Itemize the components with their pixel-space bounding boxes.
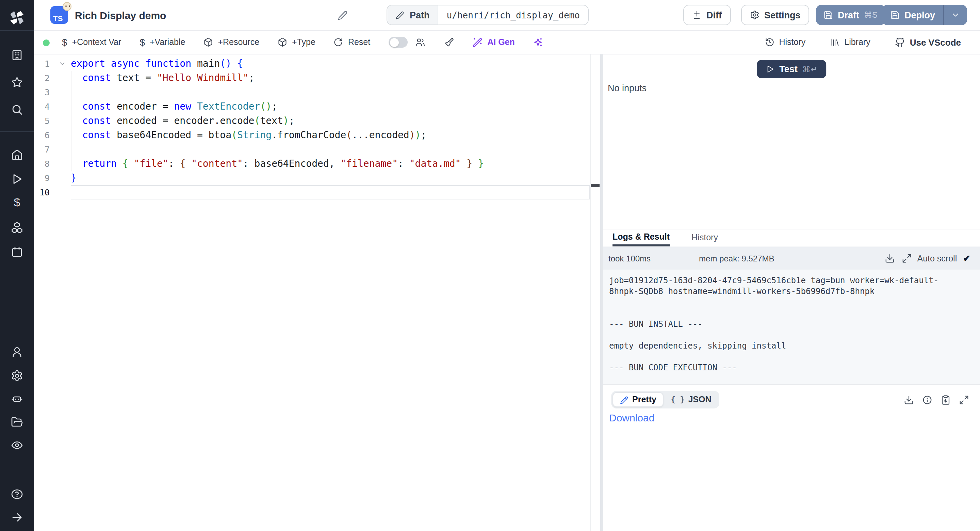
use-vscode-button[interactable]: Use VScode <box>895 37 961 47</box>
expand-arrow-icon[interactable] <box>11 511 23 523</box>
add-type-button[interactable]: +Type <box>278 37 315 47</box>
library-icon <box>830 37 840 47</box>
runs-play-icon[interactable] <box>11 173 23 185</box>
code-line[interactable]: 3 <box>34 85 600 99</box>
info-icon[interactable] <box>922 394 932 405</box>
no-inputs-text: No inputs <box>608 83 646 93</box>
resources-boxes-icon[interactable] <box>11 221 23 233</box>
test-button[interactable]: Test ⌘↵ <box>757 60 826 78</box>
reset-button[interactable]: Reset <box>334 37 370 47</box>
add-type-label: +Type <box>292 37 315 47</box>
user-icon[interactable] <box>11 346 23 358</box>
path-button[interactable]: Path <box>387 5 439 24</box>
code-line[interactable]: 6 const base64Encoded = btoa(String.from… <box>34 128 600 142</box>
copy-clipboard-icon[interactable] <box>940 394 951 405</box>
sidebar-divider <box>0 131 34 132</box>
page-title: Rich Display demo <box>75 10 166 21</box>
magic-wand-icon <box>472 37 482 47</box>
draft-shortcut: ⌘S <box>864 10 878 20</box>
toolbar-right: History Library Use VScode <box>765 30 961 54</box>
code-line[interactable]: 7 <box>34 142 600 156</box>
deploy-button-group: Deploy <box>882 5 967 25</box>
tab-logs-result[interactable]: Logs & Result <box>612 230 670 246</box>
download-result-icon[interactable] <box>904 394 914 405</box>
workspace-building-icon[interactable] <box>11 49 23 61</box>
run-meta-row: took 100ms mem peak: 9.527MB Auto scroll… <box>603 247 980 269</box>
workers-robot-icon[interactable] <box>11 393 23 405</box>
line-number: 5 <box>34 114 71 128</box>
pretty-view-button[interactable]: Pretty <box>612 392 664 407</box>
result-view-switch: Pretty { } JSON <box>611 391 720 408</box>
code-text <box>71 185 590 199</box>
result-download-link[interactable]: Download <box>609 412 654 423</box>
save-icon <box>890 10 900 20</box>
code-line[interactable]: 4 const encoder = new TextEncoder(); <box>34 99 600 114</box>
code-lines[interactable]: 1export async function main() {2 const t… <box>34 56 600 199</box>
line-number: 9 <box>34 171 71 185</box>
code-line[interactable]: 10 <box>34 185 600 199</box>
add-variable-button[interactable]: $ +Variable <box>140 37 185 48</box>
auto-scroll-label[interactable]: Auto scroll <box>917 254 957 263</box>
code-line[interactable]: 2 const text = "Hello Windmill"; <box>34 71 600 85</box>
line-number: 1 <box>34 56 71 71</box>
history-label: History <box>779 37 805 47</box>
search-icon[interactable] <box>11 104 23 116</box>
code-text: export async function main() { <box>71 56 590 71</box>
library-button[interactable]: Library <box>830 37 870 47</box>
edit-title-pencil-icon[interactable] <box>337 10 348 21</box>
folders-icon[interactable] <box>11 416 23 428</box>
line-number: 10 <box>34 185 71 199</box>
audit-eye-icon[interactable] <box>11 439 23 451</box>
scrollbar-cursor-mark <box>591 184 600 187</box>
editor-scrollbar-lane[interactable] <box>590 54 591 531</box>
expand-logs-icon[interactable] <box>901 253 912 263</box>
code-line[interactable]: 9} <box>34 171 600 185</box>
path-control[interactable]: Path u/henri/rich_display_demo <box>387 5 589 25</box>
add-context-var-button[interactable]: $ +Context Var <box>62 37 121 48</box>
add-resource-button[interactable]: +Resource <box>204 37 259 47</box>
collaboration-toggle[interactable] <box>388 37 408 48</box>
play-icon <box>765 65 775 73</box>
test-button-label: Test <box>779 64 798 74</box>
json-view-button[interactable]: { } JSON <box>664 392 718 407</box>
users-button[interactable] <box>415 37 425 47</box>
settings-button[interactable]: Settings <box>741 5 810 25</box>
ai-sparkles-button[interactable] <box>533 37 543 47</box>
format-button[interactable] <box>444 37 454 47</box>
download-logs-icon[interactable] <box>885 253 894 263</box>
schedules-calendar-icon[interactable] <box>11 246 23 258</box>
code-line[interactable]: 5 const encoded = encoder.encode(text); <box>34 114 600 128</box>
favorites-star-icon[interactable] <box>11 76 23 88</box>
auto-scroll-check-icon[interactable]: ✔ <box>963 253 970 263</box>
draft-button[interactable]: Draft ⌘S <box>816 5 885 25</box>
status-dot <box>43 40 50 46</box>
bun-runtime-badge <box>63 2 72 11</box>
code-text: const encoder = new TextEncoder(); <box>71 99 590 114</box>
ai-gen-button[interactable]: AI Gen <box>472 37 515 47</box>
windmill-logo-icon[interactable] <box>8 9 26 27</box>
deploy-button[interactable]: Deploy <box>882 5 943 25</box>
line-number: 2 <box>34 71 71 85</box>
settings-gear-icon[interactable] <box>11 370 23 382</box>
code-line[interactable]: 8 return { "file": { "content": base64En… <box>34 156 600 171</box>
help-question-icon[interactable] <box>11 488 23 501</box>
package-icon <box>204 37 213 47</box>
add-variable-label: +Variable <box>150 37 185 47</box>
paintbrush-icon <box>444 37 454 47</box>
save-icon <box>824 10 833 20</box>
history-button[interactable]: History <box>765 37 805 47</box>
home-icon[interactable] <box>11 148 23 161</box>
code-editor[interactable]: 1export async function main() {2 const t… <box>34 54 600 531</box>
fullscreen-icon[interactable] <box>959 394 969 405</box>
tab-history[interactable]: History <box>692 230 718 246</box>
run-panel: Test ⌘↵ No inputs Logs & Result History … <box>600 54 980 531</box>
code-line[interactable]: 1export async function main() { <box>34 56 600 71</box>
variables-dollar-icon[interactable]: $ <box>11 197 23 209</box>
refresh-icon <box>334 37 343 47</box>
diff-button[interactable]: Diff <box>683 5 730 25</box>
ai-gen-label: AI Gen <box>487 37 515 47</box>
deploy-dropdown-button[interactable] <box>944 5 967 25</box>
diff-button-label: Diff <box>706 10 722 20</box>
add-context-var-label: +Context Var <box>72 37 121 47</box>
log-output[interactable]: job=01912d75-163d-8204-47c9-5469c516cb1e… <box>603 269 980 384</box>
